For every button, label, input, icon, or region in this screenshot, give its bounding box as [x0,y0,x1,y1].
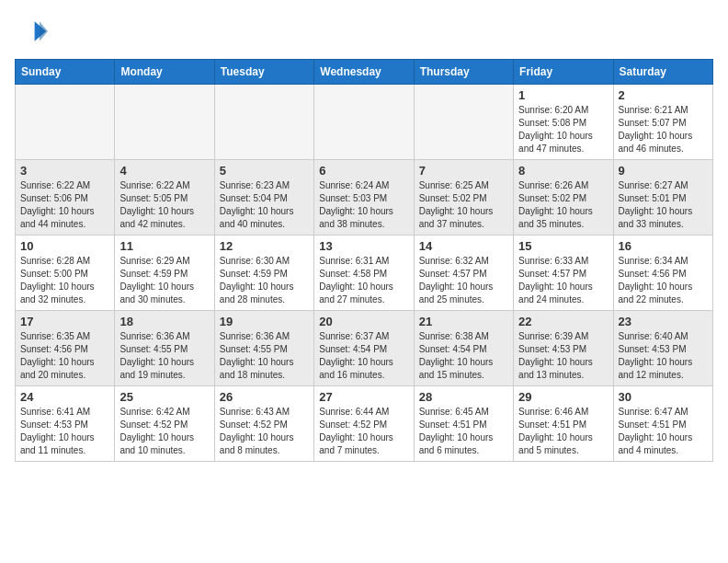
day-info: Sunrise: 6:29 AM Sunset: 4:59 PM Dayligh… [119,255,209,306]
day-info: Sunrise: 6:22 AM Sunset: 5:05 PM Dayligh… [119,179,209,231]
calendar-day: 6Sunrise: 6:24 AM Sunset: 5:03 PM Daylig… [314,160,414,236]
day-number: 2 [619,88,708,102]
calendar-day: 17Sunrise: 6:35 AM Sunset: 4:56 PM Dayli… [16,311,115,386]
calendar-day: 20Sunrise: 6:37 AM Sunset: 4:54 PM Dayli… [314,311,414,386]
day-info: Sunrise: 6:37 AM Sunset: 4:54 PM Dayligh… [319,330,408,382]
day-number: 24 [20,390,109,404]
day-info: Sunrise: 6:42 AM Sunset: 4:52 PM Dayligh… [119,406,209,457]
calendar-day: 23Sunrise: 6:40 AM Sunset: 4:53 PM Dayli… [613,311,712,386]
day-info: Sunrise: 6:21 AM Sunset: 5:07 PM Dayligh… [619,104,708,155]
weekday-header-friday: Friday [514,60,613,85]
calendar-day: 11Sunrise: 6:29 AM Sunset: 4:59 PM Dayli… [115,236,214,311]
day-info: Sunrise: 6:41 AM Sunset: 4:53 PM Dayligh… [20,406,109,457]
calendar-day: 22Sunrise: 6:39 AM Sunset: 4:53 PM Dayli… [514,311,613,386]
day-info: Sunrise: 6:28 AM Sunset: 5:00 PM Dayligh… [20,255,109,306]
day-info: Sunrise: 6:31 AM Sunset: 4:58 PM Dayligh… [319,255,408,306]
calendar-day: 2Sunrise: 6:21 AM Sunset: 5:07 PM Daylig… [613,85,712,160]
day-info: Sunrise: 6:27 AM Sunset: 5:01 PM Dayligh… [619,179,708,231]
day-info: Sunrise: 6:34 AM Sunset: 4:56 PM Dayligh… [619,255,708,306]
calendar-day: 19Sunrise: 6:36 AM Sunset: 4:55 PM Dayli… [214,311,313,386]
day-number: 13 [319,239,408,253]
day-number: 22 [518,315,608,328]
weekday-header-thursday: Thursday [414,60,513,85]
day-number: 12 [220,239,309,253]
calendar-day: 3Sunrise: 6:22 AM Sunset: 5:06 PM Daylig… [16,160,115,236]
day-number: 15 [518,239,608,253]
day-number: 10 [20,239,109,253]
day-number: 20 [319,315,408,328]
day-info: Sunrise: 6:36 AM Sunset: 4:55 PM Dayligh… [220,330,309,382]
day-number: 9 [619,164,708,178]
day-number: 30 [619,390,708,404]
calendar-header: SundayMondayTuesdayWednesdayThursdayFrid… [16,60,713,85]
day-info: Sunrise: 6:24 AM Sunset: 5:03 PM Dayligh… [319,179,408,231]
day-number: 18 [119,315,209,328]
day-info: Sunrise: 6:26 AM Sunset: 5:02 PM Dayligh… [518,179,608,231]
day-info: Sunrise: 6:40 AM Sunset: 4:53 PM Dayligh… [619,330,708,382]
calendar-day: 24Sunrise: 6:41 AM Sunset: 4:53 PM Dayli… [16,386,115,462]
day-number: 26 [220,390,309,404]
calendar-day: 27Sunrise: 6:44 AM Sunset: 4:52 PM Dayli… [314,386,414,462]
day-number: 16 [619,239,708,253]
weekday-header-saturday: Saturday [613,60,712,85]
calendar-week-row: 1Sunrise: 6:20 AM Sunset: 5:08 PM Daylig… [16,85,713,160]
calendar-day: 15Sunrise: 6:33 AM Sunset: 4:57 PM Dayli… [514,236,613,311]
day-number: 19 [220,315,309,328]
calendar-week-row: 3Sunrise: 6:22 AM Sunset: 5:06 PM Daylig… [16,160,713,236]
day-info: Sunrise: 6:32 AM Sunset: 4:57 PM Dayligh… [419,255,508,306]
day-info: Sunrise: 6:44 AM Sunset: 4:52 PM Dayligh… [319,406,408,457]
calendar-day [214,85,313,160]
day-info: Sunrise: 6:33 AM Sunset: 4:57 PM Dayligh… [518,255,608,306]
day-info: Sunrise: 6:20 AM Sunset: 5:08 PM Dayligh… [518,104,608,155]
calendar-day: 12Sunrise: 6:30 AM Sunset: 4:59 PM Dayli… [214,236,313,311]
calendar-day: 29Sunrise: 6:46 AM Sunset: 4:51 PM Dayli… [514,386,613,462]
day-number: 14 [419,239,508,253]
weekday-header-row: SundayMondayTuesdayWednesdayThursdayFrid… [16,60,713,85]
calendar-day: 18Sunrise: 6:36 AM Sunset: 4:55 PM Dayli… [115,311,214,386]
calendar-day [16,85,115,160]
day-number: 6 [319,164,408,178]
day-number: 28 [419,390,508,404]
day-info: Sunrise: 6:36 AM Sunset: 4:55 PM Dayligh… [119,330,209,382]
page-header [15,15,713,48]
calendar-week-row: 24Sunrise: 6:41 AM Sunset: 4:53 PM Dayli… [16,386,713,462]
day-info: Sunrise: 6:23 AM Sunset: 5:04 PM Dayligh… [220,179,309,231]
day-info: Sunrise: 6:45 AM Sunset: 4:51 PM Dayligh… [419,406,508,457]
calendar-body: 1Sunrise: 6:20 AM Sunset: 5:08 PM Daylig… [16,85,713,462]
calendar-day: 30Sunrise: 6:47 AM Sunset: 4:51 PM Dayli… [613,386,712,462]
calendar-day: 8Sunrise: 6:26 AM Sunset: 5:02 PM Daylig… [514,160,613,236]
day-number: 5 [220,164,309,178]
calendar-day [314,85,414,160]
calendar-week-row: 10Sunrise: 6:28 AM Sunset: 5:00 PM Dayli… [16,236,713,311]
day-info: Sunrise: 6:22 AM Sunset: 5:06 PM Dayligh… [20,179,109,231]
calendar-day: 14Sunrise: 6:32 AM Sunset: 4:57 PM Dayli… [414,236,513,311]
weekday-header-wednesday: Wednesday [314,60,414,85]
day-number: 25 [119,390,209,404]
calendar-day: 26Sunrise: 6:43 AM Sunset: 4:52 PM Dayli… [214,386,313,462]
day-number: 1 [518,88,608,102]
calendar-day: 21Sunrise: 6:38 AM Sunset: 4:54 PM Dayli… [414,311,513,386]
day-number: 8 [518,164,608,178]
day-info: Sunrise: 6:39 AM Sunset: 4:53 PM Dayligh… [518,330,608,382]
day-number: 29 [518,390,608,404]
calendar-day [414,85,513,160]
calendar-day: 28Sunrise: 6:45 AM Sunset: 4:51 PM Dayli… [414,386,513,462]
day-number: 17 [20,315,109,328]
day-number: 11 [119,239,209,253]
calendar-day: 7Sunrise: 6:25 AM Sunset: 5:02 PM Daylig… [414,160,513,236]
weekday-header-sunday: Sunday [16,60,115,85]
calendar-week-row: 17Sunrise: 6:35 AM Sunset: 4:56 PM Dayli… [16,311,713,386]
weekday-header-tuesday: Tuesday [214,60,313,85]
calendar-day: 1Sunrise: 6:20 AM Sunset: 5:08 PM Daylig… [514,85,613,160]
calendar-day [115,85,214,160]
weekday-header-monday: Monday [115,60,214,85]
calendar-day: 16Sunrise: 6:34 AM Sunset: 4:56 PM Dayli… [613,236,712,311]
calendar-day: 5Sunrise: 6:23 AM Sunset: 5:04 PM Daylig… [214,160,313,236]
day-info: Sunrise: 6:25 AM Sunset: 5:02 PM Dayligh… [419,179,508,231]
calendar-day: 13Sunrise: 6:31 AM Sunset: 4:58 PM Dayli… [314,236,414,311]
day-number: 23 [619,315,708,328]
logo [15,15,51,48]
day-info: Sunrise: 6:38 AM Sunset: 4:54 PM Dayligh… [419,330,508,382]
day-info: Sunrise: 6:30 AM Sunset: 4:59 PM Dayligh… [220,255,309,306]
day-number: 3 [20,164,109,178]
